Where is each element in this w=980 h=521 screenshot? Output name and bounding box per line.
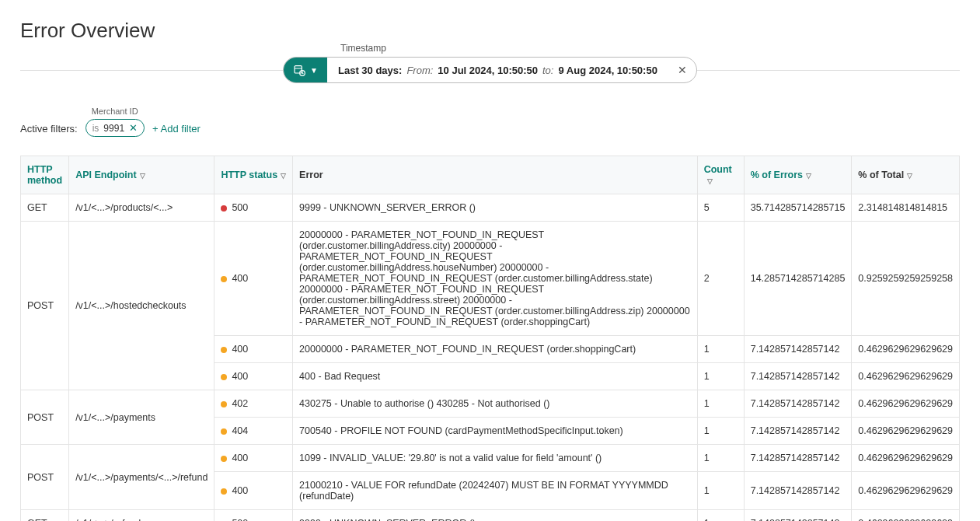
calendar-clock-icon (293, 64, 305, 76)
cell-status: 400 (214, 472, 293, 510)
cell-ptotal: 0.4629629629629629 (852, 510, 960, 522)
table-header-row: HTTP method API Endpoint▽ HTTP status▽ E… (21, 156, 960, 194)
cell-method: POST (21, 222, 69, 390)
timestamp-bar: Timestamp ▼ Last 30 days: From: 10 Jul 2… (20, 57, 960, 83)
col-http-method[interactable]: HTTP method (21, 156, 69, 194)
cell-error: 430275 - Unable to authorise () 430285 -… (293, 390, 698, 418)
sort-icon: ▽ (806, 172, 811, 180)
cell-status: 400 (214, 363, 293, 390)
add-filter-button[interactable]: + Add filter (152, 123, 201, 137)
col-percent-errors[interactable]: % of Errors▽ (744, 156, 852, 194)
col-api-endpoint[interactable]: API Endpoint▽ (69, 156, 214, 194)
sort-icon: ▽ (281, 172, 286, 180)
cell-count: 2 (697, 222, 744, 336)
cell-error: 20000000 - PARAMETER_NOT_FOUND_IN_REQUES… (293, 336, 698, 363)
cell-count: 5 (697, 194, 744, 222)
col-http-status[interactable]: HTTP status▽ (214, 156, 293, 194)
table-row: GET/v1/<...>/products/<...>5009999 - UNK… (21, 194, 960, 222)
cell-perr: 7.142857142857142 (744, 510, 852, 522)
cell-ptotal: 0.9259259259259258 (852, 222, 960, 336)
timestamp-clear-button[interactable]: ✕ (668, 64, 696, 76)
timestamp-pill: ▼ Last 30 days: From: 10 Jul 2024, 10:50… (283, 57, 697, 83)
filter-chip-remove-button[interactable]: ✕ (129, 122, 138, 134)
cell-count: 1 (697, 390, 744, 418)
col-error[interactable]: Error (293, 156, 698, 194)
sort-icon: ▽ (907, 172, 912, 180)
timestamp-dropdown-button[interactable]: ▼ (284, 58, 327, 82)
cell-status: 400 (214, 445, 293, 472)
filters-row: Active filters: Merchant ID is 9991 ✕ + … (20, 107, 960, 137)
cell-ptotal: 0.4629629629629629 (852, 336, 960, 363)
cell-perr: 7.142857142857142 (744, 472, 852, 510)
cell-perr: 14.285714285714285 (744, 222, 852, 336)
table-row: POST/v1/<...>/payments/<...>/refund40010… (21, 445, 960, 472)
cell-status: 500 (214, 510, 293, 522)
status-dot-icon (221, 374, 227, 380)
cell-count: 1 (697, 363, 744, 390)
cell-endpoint: /v1/<...>/payments (69, 390, 214, 445)
cell-method: GET (21, 510, 69, 522)
cell-endpoint: /v1/<...>/hostedcheckouts (69, 222, 214, 390)
cell-status: 400 (214, 222, 293, 336)
cell-perr: 7.142857142857142 (744, 363, 852, 390)
cell-ptotal: 0.4629629629629629 (852, 390, 960, 418)
table-row: POST/v1/<...>/hostedcheckouts40020000000… (21, 222, 960, 336)
col-count[interactable]: Count▽ (697, 156, 744, 194)
status-dot-icon (221, 401, 227, 407)
cell-method: POST (21, 445, 69, 510)
cell-endpoint: /v1/<...>/products/<...> (69, 194, 214, 222)
cell-perr: 7.142857142857142 (744, 336, 852, 363)
svg-rect-0 (295, 66, 302, 73)
status-dot-icon (221, 347, 227, 353)
cell-error: 700540 - PROFILE NOT FOUND (cardPaymentM… (293, 418, 698, 445)
cell-error: 400 - Bad Request (293, 363, 698, 390)
cell-perr: 35.714285714285715 (744, 194, 852, 222)
cell-status: 402 (214, 390, 293, 418)
col-percent-total[interactable]: % of Total▽ (852, 156, 960, 194)
errors-table: HTTP method API Endpoint▽ HTTP status▽ E… (20, 156, 960, 521)
sort-icon: ▽ (140, 172, 145, 180)
cell-error: 9999 - UNKNOWN_SERVER_ERROR () (293, 194, 698, 222)
timestamp-range-text: Last 30 days: From: 10 Jul 2024, 10:50:5… (327, 58, 668, 82)
cell-count: 1 (697, 510, 744, 522)
cell-status: 404 (214, 418, 293, 445)
cell-method: POST (21, 390, 69, 445)
filter-chip-group-label: Merchant ID (85, 107, 145, 116)
cell-perr: 7.142857142857142 (744, 445, 852, 472)
cell-count: 1 (697, 445, 744, 472)
cell-error: 21000210 - VALUE FOR refundDate (2024240… (293, 472, 698, 510)
cell-error: 20000000 - PARAMETER_NOT_FOUND_IN_REQUES… (293, 222, 698, 336)
cell-status: 400 (214, 336, 293, 363)
cell-endpoint: /v1/<...>/payments/<...>/refund (69, 445, 214, 510)
filter-chip-group: Merchant ID is 9991 ✕ (85, 107, 145, 137)
cell-perr: 7.142857142857142 (744, 390, 852, 418)
chevron-down-icon: ▼ (310, 66, 318, 75)
cell-perr: 7.142857142857142 (744, 418, 852, 445)
cell-method: GET (21, 194, 69, 222)
status-dot-icon (221, 456, 227, 462)
cell-endpoint: /v1/<...>/refunds (69, 510, 214, 522)
cell-ptotal: 2.314814814814815 (852, 194, 960, 222)
cell-error: 1099 - INVALID_VALUE: '29.80' is not a v… (293, 445, 698, 472)
table-row: GET/v1/<...>/refunds5009999 - UNKNOWN_SE… (21, 510, 960, 522)
cell-count: 1 (697, 336, 744, 363)
status-dot-icon (221, 488, 227, 495)
table-row: POST/v1/<...>/payments402430275 - Unable… (21, 390, 960, 418)
status-dot-icon (221, 205, 227, 212)
cell-count: 1 (697, 418, 744, 445)
cell-count: 1 (697, 472, 744, 510)
cell-error: 9999 - UNKNOWN_SERVER_ERROR () (293, 510, 698, 522)
status-dot-icon (221, 276, 227, 282)
sort-icon: ▽ (707, 177, 713, 185)
cell-ptotal: 0.4629629629629629 (852, 472, 960, 510)
cell-ptotal: 0.4629629629629629 (852, 418, 960, 445)
timestamp-label: Timestamp (340, 43, 386, 54)
cell-ptotal: 0.4629629629629629 (852, 445, 960, 472)
cell-status: 500 (214, 194, 293, 222)
filter-chip-merchant-id[interactable]: is 9991 ✕ (85, 119, 145, 137)
cell-ptotal: 0.4629629629629629 (852, 363, 960, 390)
active-filters-label: Active filters: (20, 123, 78, 137)
page-title: Error Overview (20, 19, 960, 43)
status-dot-icon (221, 428, 227, 435)
